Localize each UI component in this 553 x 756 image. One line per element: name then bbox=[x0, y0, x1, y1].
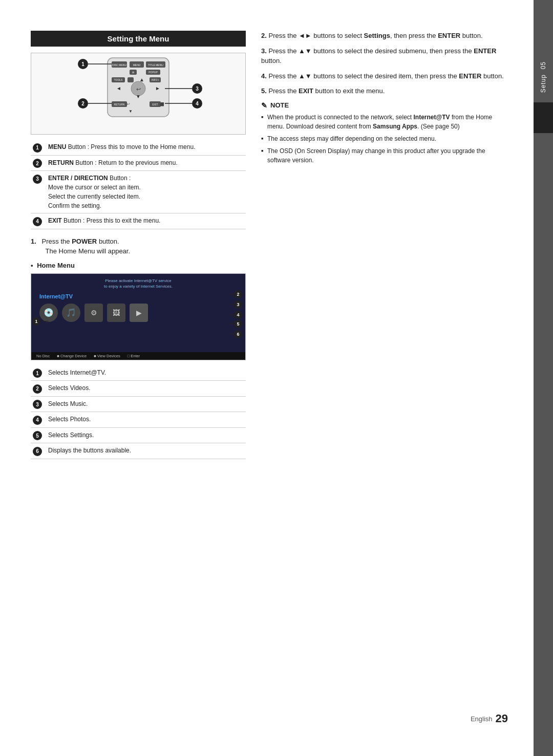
chapter-number: 05 bbox=[540, 61, 547, 69]
step-1-num: 1. bbox=[31, 236, 40, 247]
svg-text:▼: ▼ bbox=[136, 94, 141, 99]
home-callout-pos-2: 2 bbox=[228, 290, 244, 298]
footer-lang: English bbox=[471, 715, 493, 723]
svg-text:⬛: ⬛ bbox=[160, 102, 164, 106]
svg-text:3: 3 bbox=[196, 86, 199, 92]
home-callout-2: 2 bbox=[234, 290, 242, 298]
svg-text:1: 1 bbox=[81, 61, 84, 67]
callout-3: 3 bbox=[33, 175, 42, 184]
home-callout-pos-6: 6 bbox=[228, 330, 244, 338]
home-menu-title: • Home Menu bbox=[31, 262, 246, 269]
two-column-layout: Setting the Menu DISC MENU MENU bbox=[31, 31, 508, 697]
callout-2: 2 bbox=[33, 159, 42, 168]
home-bottom-4: □ Enter bbox=[127, 354, 140, 358]
right-steps: 2. Press the ◄► buttons to select Settin… bbox=[261, 31, 508, 165]
svg-text:INFO i: INFO i bbox=[152, 78, 159, 81]
home-menu-inner: Please activate Internet@TV serviceto en… bbox=[31, 274, 245, 360]
page-container: Setting the Menu DISC MENU MENU bbox=[0, 0, 553, 756]
home-callout-pos-5: 5 bbox=[228, 320, 244, 328]
home-bottom-2: ■ Change Device bbox=[57, 354, 87, 358]
table-row: 5 Selects Settings. bbox=[31, 427, 246, 443]
svg-text:◄: ◄ bbox=[116, 85, 121, 91]
page-footer: English 29 bbox=[31, 712, 508, 725]
svg-rect-13 bbox=[127, 77, 134, 82]
right-step-3: 3. Press the ▲▼ buttons to select the de… bbox=[261, 46, 508, 66]
callout-1: 1 bbox=[33, 143, 42, 153]
svg-text:POPUP: POPUP bbox=[148, 71, 158, 74]
hcallout-5: 5 bbox=[33, 431, 42, 440]
home-icons-row: 💿 🎵 ⚙ 🖼 ▶ bbox=[31, 301, 245, 324]
remote-descriptions-table: 1 MENU Button : Press this to move to th… bbox=[31, 140, 246, 229]
home-callout-5: 5 bbox=[234, 320, 242, 328]
home-menu-diagram: Please activate Internet@TV serviceto en… bbox=[31, 273, 246, 360]
hcallout-4: 4 bbox=[33, 416, 42, 425]
home-icon-videos: ▶ bbox=[130, 304, 148, 322]
hdesc-5: Selects Settings. bbox=[46, 427, 246, 443]
svg-text:⊞: ⊞ bbox=[132, 71, 134, 74]
left-column: Setting the Menu DISC MENU MENU bbox=[31, 31, 246, 697]
step-1-text: Press the POWER button. The Home Menu wi… bbox=[40, 236, 130, 256]
hcallout-2: 2 bbox=[33, 384, 42, 394]
right-step-2: 2. Press the ◄► buttons to select Settin… bbox=[261, 31, 508, 41]
step-2-num: 2. bbox=[261, 32, 267, 39]
step-4-num: 4. bbox=[261, 72, 267, 80]
svg-text:↩: ↩ bbox=[136, 86, 141, 92]
note-list: When the product is connected to the net… bbox=[261, 113, 508, 165]
svg-text:▼: ▼ bbox=[129, 109, 133, 114]
home-icon-music: 🎵 bbox=[62, 304, 80, 322]
svg-text:EXIT: EXIT bbox=[152, 103, 158, 106]
desc-1: MENU Button : Press this to move to the … bbox=[46, 140, 246, 155]
desc-4: EXIT Button : Press this to exit the men… bbox=[46, 213, 246, 229]
table-row: 4 EXIT Button : Press this to exit the m… bbox=[31, 213, 246, 229]
home-logo: Internet@TV bbox=[31, 291, 245, 301]
right-column: 2. Press the ◄► buttons to select Settin… bbox=[261, 31, 508, 697]
bullet-dot: • bbox=[31, 262, 33, 269]
remote-diagram: DISC MENU MENU TITLE MENU ⊞ POPUP bbox=[31, 53, 246, 135]
home-bottom-1: No Disc bbox=[36, 354, 50, 358]
home-icon-photos: 🖼 bbox=[107, 304, 125, 322]
note-section: ✎ NOTE When the product is connected to … bbox=[261, 101, 508, 165]
footer-page: 29 bbox=[496, 712, 508, 725]
home-notice: Please activate Internet@TV serviceto en… bbox=[31, 274, 245, 291]
svg-text:↩: ↩ bbox=[126, 102, 130, 106]
hdesc-1: Selects Internet@TV. bbox=[46, 365, 246, 381]
svg-text:DISC MENU: DISC MENU bbox=[112, 63, 126, 67]
svg-text:MENU: MENU bbox=[133, 63, 141, 67]
hcallout-6: 6 bbox=[33, 447, 42, 456]
right-step-5: 5. Press the EXIT button to exit the men… bbox=[261, 86, 508, 96]
svg-text:TOOLS: TOOLS bbox=[114, 78, 123, 81]
hdesc-4: Selects Photos. bbox=[46, 412, 246, 428]
home-descriptions-table: 1 Selects Internet@TV. 2 Selects Videos.… bbox=[31, 365, 246, 459]
list-item: When the product is connected to the net… bbox=[261, 113, 508, 131]
table-row: 1 Selects Internet@TV. bbox=[31, 365, 246, 381]
home-callout-pos-3: 3 bbox=[228, 300, 244, 309]
hdesc-2: Selects Videos. bbox=[46, 381, 246, 397]
svg-text:2: 2 bbox=[81, 101, 84, 106]
home-bottom-bar: No Disc ■ Change Device ■ View Devices □… bbox=[31, 352, 245, 360]
chapter-label: Setup bbox=[540, 74, 547, 93]
svg-text:TITLE MENU: TITLE MENU bbox=[148, 63, 163, 67]
svg-text:►: ► bbox=[155, 85, 160, 91]
note-title: ✎ NOTE bbox=[261, 101, 508, 110]
side-tab-block bbox=[534, 102, 553, 133]
table-row: 3 ENTER / DIRECTION Button : Move the cu… bbox=[31, 171, 246, 213]
desc-3: ENTER / DIRECTION Button : Move the curs… bbox=[46, 171, 246, 213]
home-callout-4: 4 bbox=[234, 311, 242, 319]
list-item: The OSD (On Screen Display) may change i… bbox=[261, 146, 508, 165]
home-callout-1: 1 bbox=[32, 317, 40, 326]
hcallout-1: 1 bbox=[33, 369, 42, 378]
home-callout-3: 3 bbox=[234, 300, 242, 309]
table-row: 4 Selects Photos. bbox=[31, 412, 246, 428]
step-1: 1. Press the POWER button. The Home Menu… bbox=[31, 236, 246, 256]
home-callout-pos-4: 4 bbox=[228, 311, 244, 319]
home-icon-settings: ⚙ bbox=[84, 304, 103, 322]
hcallout-3: 3 bbox=[33, 400, 42, 409]
note-icon: ✎ bbox=[261, 101, 267, 110]
step-3-num: 3. bbox=[261, 47, 267, 55]
home-bottom-3: ■ View Devices bbox=[94, 354, 120, 358]
table-row: 2 Selects Videos. bbox=[31, 381, 246, 397]
table-row: 1 MENU Button : Press this to move to th… bbox=[31, 140, 246, 155]
main-content: Setting the Menu DISC MENU MENU bbox=[0, 0, 534, 756]
hdesc-3: Selects Music. bbox=[46, 396, 246, 412]
step-5-num: 5. bbox=[261, 87, 267, 95]
